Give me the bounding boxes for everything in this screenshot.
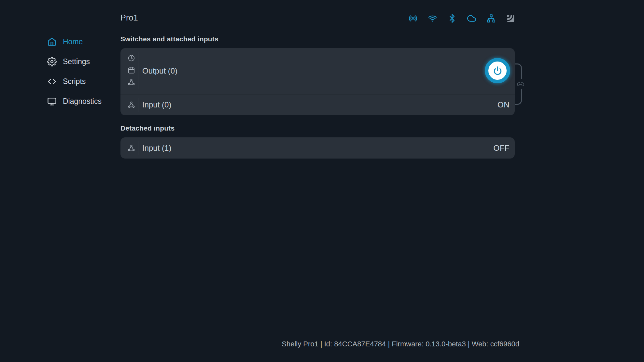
detached-section-heading: Detached inputs (120, 124, 175, 132)
wifi-icon[interactable] (427, 13, 437, 23)
sidebar-item-diagnostics[interactable]: Diagnostics (47, 93, 116, 109)
attached-input-state: ON (497, 100, 510, 109)
sidebar-item-home[interactable]: Home (47, 34, 116, 50)
calendar-icon (128, 66, 135, 74)
power-icon (493, 66, 502, 76)
sidebar-item-label: Diagnostics (63, 97, 102, 106)
row-divider (138, 98, 138, 112)
status-icon-bar (408, 13, 515, 23)
output-feature-icons (128, 54, 135, 86)
actions-icon (128, 78, 135, 86)
attach-bracket-bottom (515, 89, 522, 105)
clock-icon (128, 54, 135, 62)
switches-section-heading: Switches and attached inputs (120, 35, 218, 43)
output-label: Output (0) (142, 66, 177, 76)
detached-input-state: OFF (494, 144, 510, 153)
detached-input-row[interactable]: Input (1) OFF (120, 137, 515, 159)
device-info-footer: Shelly Pro1 | Id: 84CCA87E4784 | Firmwar… (282, 340, 519, 348)
power-toggle-button[interactable] (485, 58, 510, 83)
sidebar-item-label: Home (63, 37, 83, 46)
sidebar-item-label: Settings (63, 57, 90, 66)
gear-icon (47, 57, 57, 66)
row-divider (138, 52, 138, 89)
switches-card: Output (0) Input (0) ON (120, 48, 515, 115)
home-icon (47, 37, 57, 47)
sidebar-item-scripts[interactable]: Scripts (47, 73, 116, 90)
actions-icon (128, 144, 135, 152)
page-title: Pro1 (120, 13, 138, 22)
link-icon (517, 80, 525, 88)
detached-inputs-card: Input (1) OFF (120, 137, 515, 159)
monitor-icon (47, 97, 57, 106)
detached-input-label: Input (1) (142, 144, 171, 153)
code-icon (47, 77, 57, 86)
attach-bracket-top (515, 63, 522, 79)
mqtt-icon[interactable] (506, 13, 515, 23)
sidebar-item-label: Scripts (63, 77, 86, 86)
attached-input-row[interactable]: Input (0) ON (120, 94, 515, 115)
actions-icon (128, 101, 135, 109)
attached-input-label: Input (0) (142, 100, 171, 109)
access-point-icon[interactable] (408, 13, 418, 23)
cloud-icon[interactable] (467, 13, 476, 23)
bluetooth-icon[interactable] (447, 13, 457, 23)
sidebar: Home Settings Scripts Diagnostics (47, 34, 116, 113)
ethernet-icon[interactable] (486, 13, 496, 23)
sidebar-item-settings[interactable]: Settings (47, 53, 116, 70)
output-row[interactable]: Output (0) (120, 48, 515, 94)
row-divider (138, 141, 138, 155)
